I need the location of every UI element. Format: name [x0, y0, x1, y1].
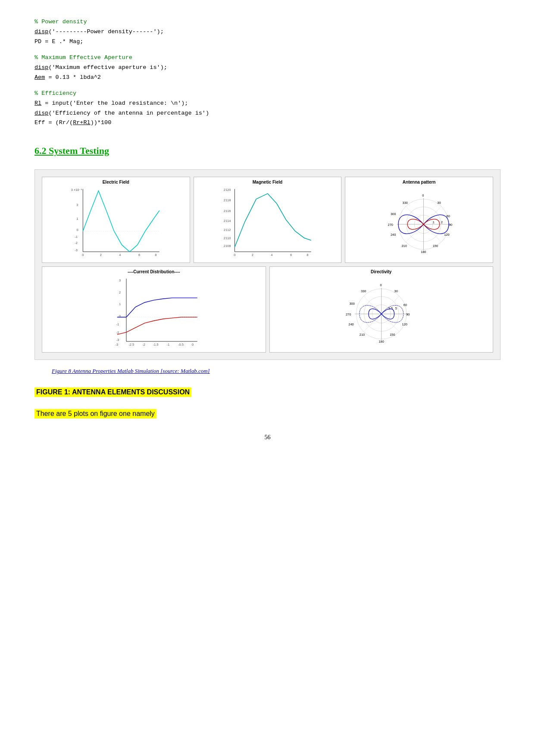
svg-text:3: 3: [119, 278, 121, 282]
magnetic-field-plot: Magnetic Field 2120 2118 2116 2114 2112 …: [194, 177, 342, 263]
svg-text:90: 90: [406, 312, 410, 316]
code-line-2-2: Aem = 0.13 * lbda^2: [34, 74, 101, 81]
svg-text:-1: -1: [116, 322, 119, 326]
svg-text:2: 2: [76, 203, 78, 207]
code-line-3-2: disp('Efficiency of the antenna in perce…: [34, 110, 209, 116]
svg-text:90: 90: [449, 223, 452, 227]
svg-text:210: 210: [359, 333, 364, 337]
svg-text:1: 1: [119, 303, 121, 306]
page-number: 56: [34, 434, 501, 441]
svg-text:0: 0: [234, 253, 235, 257]
svg-text:2118: 2118: [223, 199, 231, 203]
electric-field-plot: Electric Field 3 ×10⁻³ 2 1 0 -1 -2 -3 0 …: [42, 177, 190, 263]
svg-text:210: 210: [402, 244, 407, 248]
svg-text:120: 120: [444, 233, 450, 237]
svg-text:8: 8: [307, 253, 308, 257]
directivity-svg: 0 30 60 90 120 150 180 210 240 270 300 3…: [272, 275, 491, 348]
svg-text:180: 180: [421, 250, 426, 254]
current-distribution-plot: ----Current Distribution---- 3 2 1 0 -1 …: [42, 266, 266, 353]
magnetic-field-title: Magnetic Field: [197, 180, 339, 184]
code-line-1-1: disp('---------Power density------');: [34, 28, 164, 35]
antenna-pattern-plot: Antenna pattern 0 30 60 90 120 150 180: [345, 177, 493, 263]
svg-text:8: 8: [155, 253, 156, 257]
current-distribution-svg: 3 2 1 0 -1 -2 -3 -3 -2.5 -2 -1.5 -1 -0.5…: [45, 275, 263, 348]
svg-text:330: 330: [403, 201, 408, 205]
svg-text:240: 240: [391, 233, 396, 237]
svg-text:-2.5: -2.5: [128, 343, 134, 347]
svg-text:270: 270: [388, 223, 393, 227]
svg-text:0: 0: [422, 194, 424, 197]
svg-text:-1.5: -1.5: [153, 343, 159, 347]
svg-text:2: 2: [251, 253, 253, 257]
section-heading: 6.2 System Testing: [34, 145, 501, 156]
directivity-plot: Directivity 0 30 60 90 120 150 180: [269, 266, 494, 353]
svg-text:30: 30: [394, 290, 397, 294]
svg-text:2: 2: [119, 291, 121, 294]
svg-text:180: 180: [379, 340, 384, 344]
svg-text:2110: 2110: [223, 237, 231, 241]
svg-text:6: 6: [138, 253, 140, 257]
figure1-heading: FIGURE 1: ANTENNA ELEMENTS DISCUSSION: [34, 387, 191, 397]
svg-text:330: 330: [360, 290, 366, 294]
electric-field-svg: 3 ×10⁻³ 2 1 0 -1 -2 -3 0 2 4 6 8: [45, 185, 187, 259]
svg-text:120: 120: [402, 322, 407, 326]
svg-text:270: 270: [345, 312, 350, 316]
svg-text:2114: 2114: [223, 219, 231, 223]
plots-bottom-row: ----Current Distribution---- 3 2 1 0 -1 …: [42, 266, 493, 353]
svg-text:6: 6: [290, 253, 292, 257]
svg-text:150: 150: [389, 333, 394, 337]
svg-text:2: 2: [441, 221, 443, 225]
current-distribution-title: ----Current Distribution----: [45, 269, 263, 274]
svg-text:30: 30: [438, 201, 441, 205]
svg-text:2.5: 2.5: [388, 306, 392, 310]
svg-text:2116: 2116: [223, 209, 231, 213]
svg-text:240: 240: [348, 322, 354, 326]
svg-text:1: 1: [76, 217, 78, 221]
svg-text:-3: -3: [116, 338, 119, 342]
svg-text:4: 4: [119, 253, 121, 257]
svg-text:4: 4: [271, 253, 272, 257]
electric-field-title: Electric Field: [45, 180, 187, 184]
svg-text:-0.5: -0.5: [178, 343, 184, 347]
figure-caption: Figure 8 Antenna Properties Matlab Simul…: [52, 368, 501, 375]
code-comment-1: % Power density: [34, 19, 87, 25]
svg-text:2: 2: [100, 253, 102, 257]
svg-text:300: 300: [391, 212, 396, 216]
svg-text:0: 0: [192, 343, 194, 347]
svg-text:0: 0: [76, 228, 78, 232]
svg-text:-3: -3: [75, 248, 78, 252]
figure-container: Electric Field 3 ×10⁻³ 2 1 0 -1 -2 -3 0 …: [34, 169, 501, 360]
code-line-1-2: PD = E .* Mag;: [34, 38, 83, 45]
code-block: % Power density disp('---------Power den…: [34, 17, 501, 128]
svg-text:0: 0: [380, 283, 382, 287]
svg-text:-1: -1: [75, 235, 78, 239]
svg-text:5: 5: [395, 306, 397, 310]
antenna-pattern-title: Antenna pattern: [348, 180, 490, 184]
svg-text:2112: 2112: [223, 228, 231, 232]
svg-text:-3: -3: [116, 343, 119, 347]
code-line-2-1: disp('Maximum effective aperture is');: [34, 64, 167, 71]
svg-text:0: 0: [82, 253, 84, 257]
antenna-pattern-svg: 0 30 60 90 120 150 180 210 240 270 300 3…: [348, 185, 490, 259]
code-line-3-1: Rl = input('Enter the load resistance: \…: [34, 100, 188, 106]
directivity-title: Directivity: [272, 269, 491, 274]
svg-text:2108: 2108: [223, 244, 231, 248]
svg-text:-2: -2: [75, 241, 78, 245]
svg-text:300: 300: [349, 302, 354, 306]
svg-text:150: 150: [433, 244, 438, 248]
svg-text:-1: -1: [167, 343, 170, 347]
svg-text:60: 60: [403, 303, 407, 307]
plots-top-row: Electric Field 3 ×10⁻³ 2 1 0 -1 -2 -3 0 …: [42, 177, 493, 263]
code-line-3-3: Eff = (Rr/(Rr+Rl))*100: [34, 119, 111, 126]
magnetic-field-svg: 2120 2118 2116 2114 2112 2110 2108 0 2 4…: [197, 185, 339, 259]
svg-text:-2: -2: [142, 343, 145, 347]
svg-text:3 ×10⁻³: 3 ×10⁻³: [71, 188, 82, 192]
svg-text:2120: 2120: [223, 188, 231, 192]
code-comment-2: % Maximum Effective Aperture: [34, 54, 132, 61]
svg-text:1: 1: [433, 221, 435, 225]
code-comment-3: % Efficiency: [34, 90, 76, 97]
figure1-text: There are 5 plots on figure one namely: [34, 409, 156, 419]
